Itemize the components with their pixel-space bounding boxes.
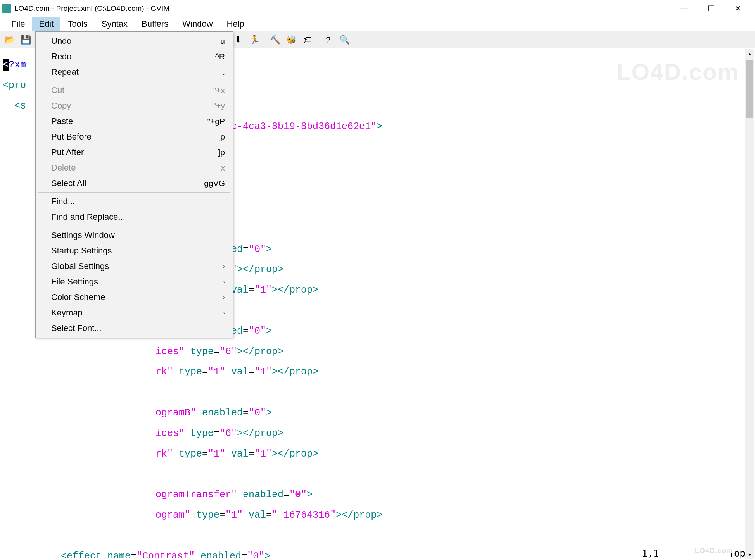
open-icon[interactable]: 📂 — [3, 34, 16, 46]
edit-menu-dropdown: Undou Redo^R Repeat. Cut"+x Copy"+y Past… — [35, 31, 233, 338]
menu-file-settings[interactable]: File Settings› — [36, 274, 233, 289]
menu-settings-window[interactable]: Settings Window — [36, 227, 233, 243]
window-controls: — ☐ ✕ — [680, 4, 741, 13]
menu-find[interactable]: Find... — [36, 194, 233, 209]
menu-tools[interactable]: Tools — [60, 17, 94, 31]
menu-repeat[interactable]: Repeat. — [36, 64, 233, 80]
maximize-button[interactable]: ☐ — [708, 4, 715, 13]
vertical-scrollbar[interactable]: ▴ ▾ — [745, 49, 754, 559]
chevron-right-icon: › — [223, 279, 225, 285]
menu-select-font[interactable]: Select Font... — [36, 320, 233, 336]
tag-jump-icon[interactable]: 🏷 — [301, 34, 314, 46]
menu-syntax[interactable]: Syntax — [95, 17, 135, 31]
menu-startup-settings[interactable]: Startup Settings — [36, 243, 233, 258]
menu-cut: Cut"+x — [36, 83, 233, 98]
menu-edit[interactable]: Edit — [32, 17, 60, 31]
menu-redo[interactable]: Redo^R — [36, 49, 233, 64]
menu-put-before[interactable]: Put Before[p — [36, 129, 233, 145]
titlebar: LO4D.com - Project.xml (C:\LO4D.com) - G… — [0, 0, 755, 17]
window-title: LO4D.com - Project.xml (C:\LO4D.com) - G… — [14, 4, 680, 13]
chevron-right-icon: › — [223, 263, 225, 269]
menu-find-replace[interactable]: Find and Replace... — [36, 209, 233, 225]
minimize-button[interactable]: — — [680, 4, 688, 13]
run-script-icon[interactable]: 🏃 — [248, 34, 261, 46]
menu-help[interactable]: Help — [220, 17, 251, 31]
menu-global-settings[interactable]: Global Settings› — [36, 258, 233, 274]
help-icon[interactable]: ? — [321, 34, 335, 46]
make-icon[interactable]: 🔨 — [268, 34, 282, 46]
menubar: File Edit Tools Syntax Buffers Window He… — [0, 17, 755, 31]
scrollbar-thumb[interactable] — [746, 60, 753, 118]
menu-color-scheme[interactable]: Color Scheme› — [36, 289, 233, 305]
scroll-down-icon[interactable]: ▾ — [745, 550, 754, 559]
menu-window[interactable]: Window — [175, 17, 219, 31]
menu-keymap[interactable]: Keymap› — [36, 305, 233, 320]
menu-delete: Deletex — [36, 160, 233, 176]
scroll-up-icon[interactable]: ▴ — [745, 49, 754, 58]
chevron-right-icon: › — [223, 294, 225, 300]
cursor-position: 1,1 — [642, 548, 658, 559]
save-icon[interactable]: 💾 — [19, 34, 32, 46]
scroll-location: Top — [729, 548, 745, 559]
statusbar: 1,1 Top — [642, 548, 745, 559]
menu-select-all[interactable]: Select AllggVG — [36, 176, 233, 191]
find-help-icon[interactable]: 🔍 — [338, 34, 351, 46]
menu-copy: Copy"+y — [36, 98, 233, 114]
chevron-right-icon: › — [223, 310, 225, 316]
menu-paste[interactable]: Paste"+gP — [36, 114, 233, 129]
close-button[interactable]: ✕ — [735, 4, 741, 13]
save-session-icon[interactable]: ⬇ — [232, 34, 245, 46]
menu-undo[interactable]: Undou — [36, 33, 233, 49]
menu-put-after[interactable]: Put After]p — [36, 145, 233, 160]
menu-file[interactable]: File — [4, 17, 32, 31]
run-ctags-icon[interactable]: 🐝 — [285, 34, 298, 46]
menu-buffers[interactable]: Buffers — [135, 17, 175, 31]
app-icon — [2, 4, 11, 13]
